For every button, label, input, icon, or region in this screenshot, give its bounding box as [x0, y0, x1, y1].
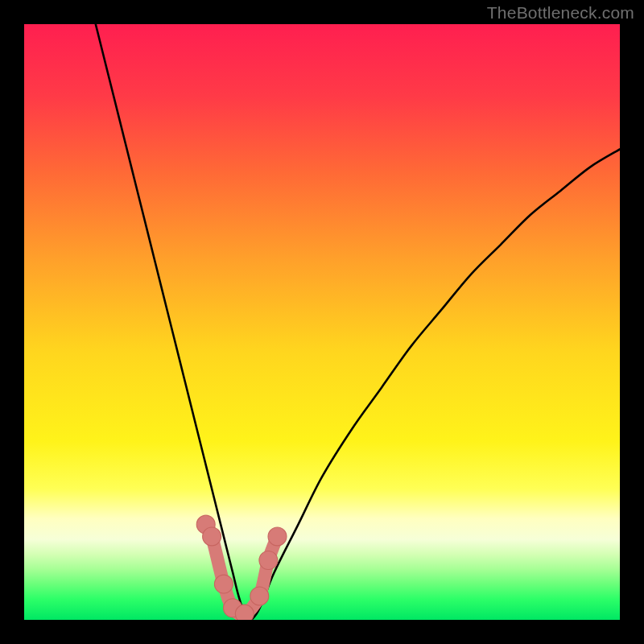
bottleneck-curve [96, 24, 620, 620]
chart-svg [24, 24, 620, 620]
highlight-point [250, 587, 269, 605]
highlight-point [203, 527, 221, 546]
highlight-point [214, 575, 233, 593]
highlight-point [235, 605, 254, 620]
highlight-point [259, 551, 278, 570]
watermark-text: TheBottleneck.com [487, 3, 634, 23]
plot-area [24, 24, 620, 620]
highlight-point [268, 527, 287, 546]
outer-frame: TheBottleneck.com [0, 0, 644, 644]
